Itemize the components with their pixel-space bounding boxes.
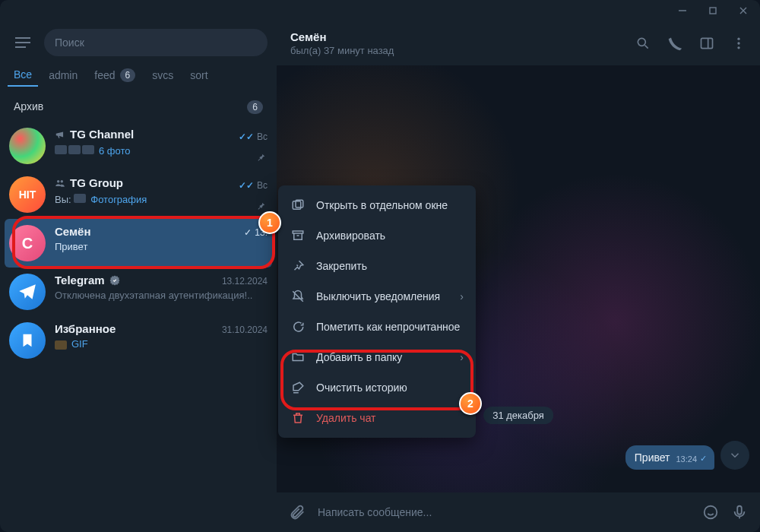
chat-icon: [290, 319, 306, 334]
window-minimize-button[interactable]: [669, 2, 696, 20]
svg-point-6: [705, 506, 717, 519]
window-maximize-button[interactable]: [699, 2, 727, 20]
svg-rect-10: [293, 231, 303, 233]
folder-tab-sort[interactable]: sort: [184, 64, 214, 87]
verified-icon: [109, 275, 120, 286]
message-bubble-outgoing[interactable]: Привет 13:24✓: [625, 445, 714, 470]
folder-tab-all[interactable]: Все: [8, 64, 38, 87]
avatar: HIT: [9, 176, 46, 213]
archive-label: Архив: [14, 100, 43, 114]
folder-badge: 6: [120, 68, 136, 82]
archive-icon: [290, 228, 306, 243]
message-input[interactable]: Написать сообщение...: [318, 506, 690, 518]
attach-button[interactable]: [289, 504, 306, 521]
chevron-right-icon: ›: [460, 290, 464, 302]
sidebar-toggle-button[interactable]: [699, 36, 714, 51]
ctx-open-new-window[interactable]: Открыть в отдельном окне: [278, 190, 476, 220]
search-in-chat-button[interactable]: [635, 36, 651, 51]
chat-list: TG Channel ✓✓Вс 6 фото HIT TG Group: [0, 122, 277, 532]
composer: Написать сообщение...: [277, 492, 760, 532]
read-ticks-icon: ✓✓: [239, 180, 254, 191]
scroll-to-bottom-button[interactable]: [720, 441, 749, 470]
group-icon: [55, 178, 65, 188]
call-button[interactable]: [667, 36, 682, 51]
chat-header: Семён был(а) 37 минут назад: [277, 21, 760, 65]
chat-item-tg-channel[interactable]: TG Channel ✓✓Вс 6 фото: [0, 122, 277, 170]
sidebar: Поиск Все admin feed6 svcs sort Архив 6: [0, 21, 277, 532]
folder-icon: [290, 350, 306, 365]
avatar: [9, 128, 46, 164]
telegram-icon: [17, 282, 37, 302]
pin-icon: [255, 152, 266, 163]
emoji-button[interactable]: [702, 504, 719, 521]
message-time: 13:24: [676, 454, 697, 464]
svg-rect-0: [710, 8, 716, 14]
folder-tab-admin[interactable]: admin: [43, 64, 84, 87]
mute-icon: [290, 289, 306, 304]
read-ticks-icon: ✓✓: [239, 131, 254, 142]
folder-tab-svcs[interactable]: svcs: [146, 64, 179, 87]
chat-header-name[interactable]: Семён: [290, 30, 394, 43]
archive-row[interactable]: Архив 6: [0, 93, 277, 122]
svg-rect-2: [701, 38, 713, 48]
megaphone-icon: [55, 129, 65, 140]
ctx-mute[interactable]: Выключить уведомления ›: [278, 281, 476, 312]
chevron-right-icon: ›: [460, 351, 464, 363]
chat-item-telegram[interactable]: Telegram 13.12.2024 Отключена двухэтапна…: [0, 268, 277, 316]
search-input[interactable]: Поиск: [44, 29, 268, 56]
chat-item-saved[interactable]: Избранное 31.10.2024 GIF: [0, 316, 277, 365]
message-text: Привет: [635, 451, 670, 464]
more-button[interactable]: [731, 36, 746, 51]
ctx-archive[interactable]: Архивировать: [278, 220, 476, 251]
ctx-delete-chat[interactable]: Удалить чат: [278, 403, 476, 433]
chat-header-status: был(а) 37 минут назад: [290, 45, 394, 56]
broom-icon: [290, 380, 306, 395]
archive-badge: 6: [247, 100, 263, 114]
svg-point-5: [737, 46, 739, 49]
folder-tab-feed[interactable]: feed6: [88, 64, 141, 87]
trash-icon: [290, 410, 306, 426]
chat-item-semen[interactable]: С Семён ✓ 13: Привет: [5, 219, 272, 268]
ctx-mark-unread[interactable]: Пометить как непрочитанное: [278, 312, 476, 342]
window-titlebar: [0, 0, 760, 21]
voice-button[interactable]: [731, 504, 748, 521]
bookmark-icon: [19, 332, 36, 349]
svg-point-1: [638, 38, 645, 46]
menu-button[interactable]: [9, 29, 36, 56]
pin-icon: [290, 258, 306, 274]
avatar: [9, 322, 46, 359]
avatar: [9, 274, 46, 310]
folder-tabs: Все admin feed6 svcs sort: [0, 64, 277, 93]
new-window-icon: [290, 198, 306, 213]
ctx-add-folder[interactable]: Добавить в папку ›: [278, 342, 476, 372]
svg-point-4: [737, 42, 739, 44]
ctx-clear-history[interactable]: Очистить историю: [278, 372, 476, 403]
date-separator: 31 декабря: [483, 407, 553, 424]
window-close-button[interactable]: [730, 2, 757, 20]
svg-point-3: [737, 38, 739, 40]
pin-icon: [255, 201, 266, 211]
context-menu: Открыть в отдельном окне Архивировать За…: [278, 185, 476, 438]
read-tick-icon: ✓: [700, 454, 707, 464]
chat-item-tg-group[interactable]: HIT TG Group ✓✓Вс Вы: Фотография: [0, 170, 277, 219]
ctx-pin[interactable]: Закрепить: [278, 251, 476, 281]
avatar: С: [9, 225, 46, 261]
svg-rect-7: [737, 506, 742, 515]
search-placeholder: Поиск: [55, 36, 84, 49]
